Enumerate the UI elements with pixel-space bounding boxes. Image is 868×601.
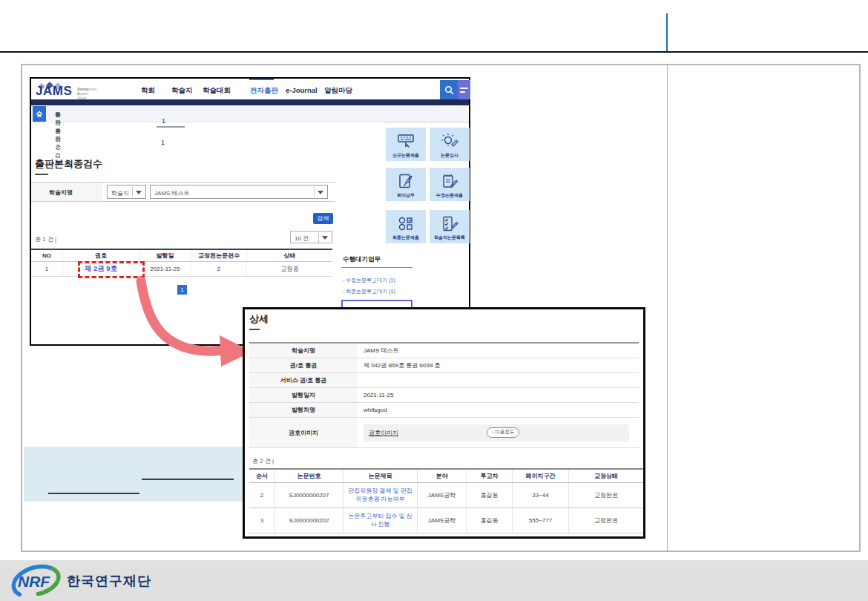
note-blank-line xyxy=(48,493,139,494)
col-page-range: 페이지구간 xyxy=(512,470,568,482)
tile-review[interactable]: 논문심사 xyxy=(430,128,470,161)
select-divider xyxy=(314,187,315,197)
pagination-page-1[interactable]: 1 xyxy=(177,285,187,295)
tile-membership-fee[interactable]: 회비납부 xyxy=(386,168,426,201)
detail-label: 서비스 권/호 통권 xyxy=(249,373,358,387)
list-pencil-icon xyxy=(441,215,458,233)
paper-title-link[interactable]: 논문투고부터 접수 및 심사 진행 xyxy=(343,508,417,533)
note-box xyxy=(24,447,243,502)
detail-value: JAMS 테스트 xyxy=(358,344,639,358)
col-no: NO xyxy=(31,250,62,261)
page-title-underline xyxy=(35,174,48,175)
search-icon xyxy=(444,85,454,95)
result-count: 총 1 건 | xyxy=(35,235,56,243)
cover-image-field: 권호이미지 ↓ 다운로드 xyxy=(364,424,629,441)
tile-final-submission[interactable]: 최종논문제출 xyxy=(386,210,426,243)
cell-page-range: 555~777 xyxy=(512,508,568,533)
home-button[interactable] xyxy=(33,106,46,122)
faces-check-icon xyxy=(397,215,415,233)
detail-value: 권호이미지 ↓ 다운로드 xyxy=(358,418,639,447)
nav-hakhoe[interactable]: 학회 xyxy=(141,86,155,96)
col-order: 순서 xyxy=(249,470,274,482)
detail-row-pubdate: 발행일자 2021-11-25 xyxy=(249,388,639,403)
cell-order: 3 xyxy=(249,508,274,533)
manual-page: JAMS Journal & Article Management System… xyxy=(0,0,868,601)
cell-order: 2 xyxy=(249,483,274,508)
nav-haksuldaehoe[interactable]: 학술대회 xyxy=(203,86,231,96)
tile-label: 최종논문제출 xyxy=(392,234,419,241)
detail-value: whtlsgod xyxy=(358,403,639,417)
journal-value: JAMS 테스트 xyxy=(154,189,190,197)
callout-number-2: 1 xyxy=(161,139,165,146)
article-row: 3 SJ0000000202 논문투고부터 접수 및 심사 진행 JAMS공학 … xyxy=(249,508,643,533)
journal-type-select[interactable]: 학술지 xyxy=(107,185,146,199)
top-horizontal-rule xyxy=(0,51,868,53)
cover-image-link[interactable]: 권호이미지 xyxy=(369,429,398,437)
detail-row-cover-image: 권호이미지 권호이미지 ↓ 다운로드 xyxy=(249,418,639,448)
search-submit-button[interactable]: 검색 xyxy=(313,213,333,224)
cell-paper-no: SJ0000000202 xyxy=(274,508,343,533)
col-status: 상태 xyxy=(246,250,332,261)
detail-value xyxy=(358,373,639,387)
pending-item-final[interactable]: - 최종논문투고대기 (1) xyxy=(343,288,395,295)
active-tab-underline xyxy=(249,79,274,80)
menu-button[interactable] xyxy=(458,80,470,99)
detail-label: 권/호 통권 xyxy=(249,358,358,372)
journal-select[interactable]: JAMS 테스트 xyxy=(150,185,328,199)
bulb-pencil-icon xyxy=(441,133,458,151)
detail-popup: 상세 학술지명 JAMS 테스트 권/호 통권 제 042권 869호 통권 6… xyxy=(243,307,645,539)
nav-epublish-active[interactable]: 전자출판 xyxy=(250,86,278,96)
nav-haksulji[interactable]: 학술지 xyxy=(171,86,193,96)
footer-org-name: 한국연구재단 xyxy=(67,572,151,590)
chevron-down-icon xyxy=(318,191,323,194)
note-blank-line xyxy=(142,479,234,480)
table-row: 1 제 2권 9호 2021-11-25 2 교정중 xyxy=(31,262,332,277)
detail-row-publisher: 발행처명 whtlsgod xyxy=(249,403,639,418)
tile-label: 회비납부 xyxy=(397,192,415,199)
cell-pubdate: 2021-11-25 xyxy=(139,262,191,276)
pending-tasks-underline xyxy=(341,267,412,268)
col-paper-title: 논문제목 xyxy=(343,470,417,482)
detail-label: 학술지명 xyxy=(249,344,358,358)
col-corrected-count: 교정된논문편수 xyxy=(191,250,246,261)
jams-logo[interactable]: JAMS xyxy=(36,84,72,99)
cell-paper-no: SJ0000000207 xyxy=(274,483,343,508)
keyboard-hand-icon xyxy=(397,133,415,151)
highlight-dashed-box xyxy=(78,261,145,278)
cell-corrected-count: 2 xyxy=(191,262,246,276)
notepad-pencil-icon xyxy=(441,173,458,191)
pending-item-revised[interactable]: - 수정논문투고대기 (1) xyxy=(343,277,395,284)
paper-title-link[interactable]: 편집위원장 결제 및 편집위원총평 가능여부 xyxy=(343,483,417,508)
nrf-logo-text: NRF xyxy=(18,573,50,590)
search-button-header[interactable] xyxy=(440,80,458,99)
nav-ejournal[interactable]: e-Journal xyxy=(286,86,318,94)
tile-label: 논문심사 xyxy=(441,152,458,159)
cell-page-range: 33~44 xyxy=(512,483,568,508)
menu-icon xyxy=(460,88,468,89)
pending-tasks-heading: 수행대기업무 xyxy=(343,255,381,264)
doc-feather-icon xyxy=(397,173,415,191)
tile-label: 학술지논문목록 xyxy=(434,234,465,241)
page-size-select[interactable]: 10 건 xyxy=(290,231,332,243)
top-blue-divider xyxy=(666,13,668,51)
article-count: 총 2 건 | xyxy=(252,457,274,465)
cell-proof-status: 교정완료 xyxy=(568,508,643,533)
header-navy-strip xyxy=(31,99,469,105)
popup-title-underline xyxy=(249,329,260,330)
article-header-row: 순서 논문번호 논문제목 분야 투고자 페이지구간 교정상태 xyxy=(249,468,643,483)
col-proof-status: 교정상태 xyxy=(568,470,643,482)
cell-field: JAMS공학 xyxy=(417,483,466,508)
tile-new-submission[interactable]: 신규논문제출 xyxy=(386,128,426,161)
tile-revised-submission[interactable]: 수정논문제출 xyxy=(430,168,470,201)
nav-notice[interactable]: 알림마당 xyxy=(324,86,352,96)
article-row: 2 SJ0000000207 편집위원장 결제 및 편집위원총평 가능여부 JA… xyxy=(249,483,643,508)
breadcrumb-bar xyxy=(31,105,469,122)
chevron-down-icon xyxy=(136,191,142,194)
frame-column-divider xyxy=(667,65,668,551)
tile-article-list[interactable]: 학술지논문목록 xyxy=(430,210,470,243)
col-paper-no: 논문번호 xyxy=(274,470,343,482)
home-icon xyxy=(36,111,43,118)
download-button[interactable]: ↓ 다운로드 xyxy=(487,427,519,438)
tile-label: 수정논문제출 xyxy=(436,192,463,199)
article-table: 순서 논문번호 논문제목 분야 투고자 페이지구간 교정상태 2 SJ00000… xyxy=(249,468,643,533)
